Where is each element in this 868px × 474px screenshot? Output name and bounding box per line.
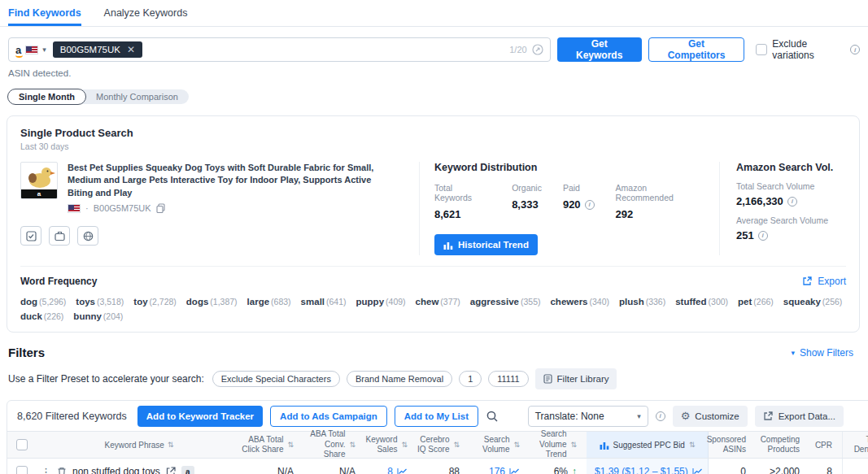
preset-chip[interactable]: Brand Name Removal bbox=[347, 371, 452, 387]
filters-title: Filters bbox=[8, 346, 45, 359]
column-header-volume-trend[interactable]: SearchVolume Trend⇅ bbox=[530, 432, 587, 458]
card-title: Single Product Search bbox=[20, 127, 846, 139]
info-icon[interactable]: i bbox=[585, 200, 595, 210]
column-header-keyword-phrase[interactable]: Keyword Phrase⇅ bbox=[37, 432, 242, 458]
asin-tag[interactable]: B00G5M75UK ✕ bbox=[53, 41, 142, 58]
briefcase-icon bbox=[55, 231, 65, 241]
bar-chart-icon bbox=[443, 241, 453, 250]
listing-analyzer-icon-button[interactable] bbox=[20, 226, 41, 246]
amazon-search-vol-title: Amazon Search Vol. bbox=[736, 162, 846, 173]
word-frequency-item: dog(5,296) bbox=[20, 296, 66, 307]
add-to-keyword-tracker-button[interactable]: Add to Keyword Tracker bbox=[137, 406, 263, 427]
historical-trend-button[interactable]: Historical Trend bbox=[434, 234, 538, 255]
sort-icon: ⇅ bbox=[168, 441, 174, 449]
column-header-title-density[interactable]: TitleDensity bbox=[842, 432, 868, 458]
asin-counter: 1/20 bbox=[509, 44, 543, 55]
title-density-value bbox=[842, 459, 868, 474]
column-header-cerebro-iq[interactable]: CerebroIQ Score⇅ bbox=[417, 432, 469, 458]
toggle-monthly-comparison[interactable]: Monthly Comparison bbox=[85, 89, 189, 104]
toggle-single-month[interactable]: Single Month bbox=[7, 89, 86, 105]
sponsored-asins-value: 0 bbox=[709, 459, 756, 474]
store-icon-button[interactable] bbox=[49, 226, 70, 246]
exclude-variations-label: Exclude variations bbox=[772, 38, 845, 61]
amazon-badge-icon[interactable]: a bbox=[181, 466, 194, 474]
column-header-sponsored-asins[interactable]: SponsoredASINs bbox=[709, 432, 756, 458]
show-filters-link[interactable]: ▾ Show Filters bbox=[791, 347, 853, 359]
average-search-volume-value: 251 bbox=[736, 229, 754, 241]
external-link-icon[interactable] bbox=[166, 467, 176, 474]
trend-chart-icon[interactable] bbox=[509, 467, 520, 474]
us-flag-icon bbox=[68, 204, 81, 213]
search-volume-value[interactable]: 176 bbox=[489, 466, 505, 474]
export-link[interactable]: Export bbox=[802, 276, 846, 287]
word-frequency-item: chew(377) bbox=[416, 296, 460, 307]
filter-library-button[interactable]: Filter Library bbox=[535, 368, 617, 389]
word-frequency-item: puppy(409) bbox=[356, 296, 406, 307]
sort-icon: ⇅ bbox=[401, 441, 408, 449]
listing-icon bbox=[26, 231, 37, 241]
word-frequency-item: large(683) bbox=[247, 296, 291, 307]
column-header-search-volume[interactable]: SearchVolume⇅ bbox=[469, 432, 530, 458]
asin-search-box[interactable]: a ▾ B00G5M75UK ✕ 1/20 bbox=[8, 37, 551, 62]
suggested-ppc-bid-value[interactable]: $1.39 ($1.12 – $1.55) bbox=[595, 466, 688, 474]
top-tab-bar: Find Keywords Analyze Keywords bbox=[0, 0, 868, 27]
column-header-aba-click-share[interactable]: ABA TotalClick Share⇅ bbox=[242, 432, 303, 458]
word-frequency-item: toy(2,728) bbox=[133, 296, 177, 307]
column-header-keyword-sales[interactable]: KeywordSales⇅ bbox=[365, 432, 417, 458]
view-toggle: Single Month Monthly Comparison bbox=[8, 89, 189, 104]
word-frequency-title: Word Frequency bbox=[20, 276, 97, 287]
preset-label: Use a Filter Preset to accelerate your s… bbox=[8, 373, 204, 385]
trend-chart-icon[interactable] bbox=[397, 467, 408, 474]
add-to-my-list-button[interactable]: Add to My List bbox=[395, 406, 478, 427]
row-checkbox[interactable] bbox=[16, 466, 28, 474]
column-header-competing-products[interactable]: CompetingProducts bbox=[756, 432, 809, 458]
keyword-sales-value[interactable]: 8 bbox=[387, 466, 393, 474]
tab-analyze-keywords[interactable]: Analyze Keywords bbox=[104, 7, 188, 26]
meta-separator: · bbox=[85, 203, 89, 213]
export-data-button[interactable]: Export Data... bbox=[755, 406, 844, 427]
word-frequency-item: duck(226) bbox=[20, 311, 63, 322]
exclude-variations-checkbox[interactable] bbox=[756, 44, 767, 55]
info-icon[interactable]: i bbox=[787, 197, 797, 207]
row-menu-icon[interactable]: ⋮ bbox=[41, 466, 51, 474]
duck-toy-image bbox=[21, 163, 57, 189]
column-header-aba-conv-share[interactable]: ABA TotalConv. Share⇅ bbox=[303, 432, 365, 458]
copy-icon[interactable] bbox=[156, 203, 165, 213]
product-image[interactable]: a bbox=[20, 162, 58, 199]
marketplace-selector[interactable]: a ▾ bbox=[15, 45, 46, 55]
product-asin[interactable]: B00G5M75UK bbox=[94, 203, 151, 213]
sort-icon: ⇅ bbox=[453, 441, 460, 449]
iq-score-value: 88 bbox=[417, 459, 469, 474]
get-competitors-button[interactable]: Get Competitors bbox=[648, 37, 745, 62]
word-frequency-item: toys(3,518) bbox=[76, 296, 124, 307]
globe-icon bbox=[83, 231, 94, 241]
word-frequency-item: bunny(204) bbox=[73, 311, 123, 322]
word-frequency-item: pet(266) bbox=[738, 296, 774, 307]
get-keywords-button[interactable]: Get Keywords bbox=[557, 37, 642, 62]
share-icon-button[interactable] bbox=[77, 226, 98, 246]
select-all-checkbox[interactable] bbox=[16, 439, 28, 450]
delete-icon[interactable] bbox=[57, 467, 67, 474]
tab-find-keywords[interactable]: Find Keywords bbox=[8, 7, 81, 26]
info-icon[interactable]: i bbox=[850, 45, 860, 54]
search-row: a ▾ B00G5M75UK ✕ 1/20 Get Keywords Get C… bbox=[8, 37, 860, 62]
remove-asin-icon[interactable]: ✕ bbox=[127, 45, 135, 54]
info-icon[interactable]: i bbox=[758, 231, 768, 241]
info-icon[interactable]: i bbox=[656, 411, 665, 421]
cpr-value: 8 bbox=[809, 459, 842, 474]
export-icon bbox=[802, 276, 813, 286]
preset-chip[interactable]: 11111 bbox=[488, 371, 528, 387]
add-to-ads-campaign-button[interactable]: Add to Ads Campaign bbox=[270, 406, 387, 427]
translate-select[interactable]: Translate: None ▾ bbox=[528, 406, 648, 427]
vertical-divider bbox=[419, 162, 420, 255]
search-icon[interactable] bbox=[486, 410, 499, 423]
preset-chip[interactable]: 1 bbox=[459, 371, 482, 387]
keyword-phrase[interactable]: non stuffed dog toys bbox=[72, 466, 160, 474]
customize-button[interactable]: ⚙ Customize bbox=[673, 406, 748, 427]
column-header-cpr[interactable]: CPR bbox=[809, 432, 842, 458]
column-header-suggested-ppc-bid[interactable]: Suggested PPC Bid⇅ bbox=[587, 432, 709, 458]
trend-chart-icon[interactable] bbox=[692, 467, 703, 474]
preset-chip[interactable]: Exclude Special Characters bbox=[212, 371, 340, 387]
library-icon bbox=[543, 374, 552, 384]
expand-input-icon[interactable] bbox=[532, 44, 543, 55]
